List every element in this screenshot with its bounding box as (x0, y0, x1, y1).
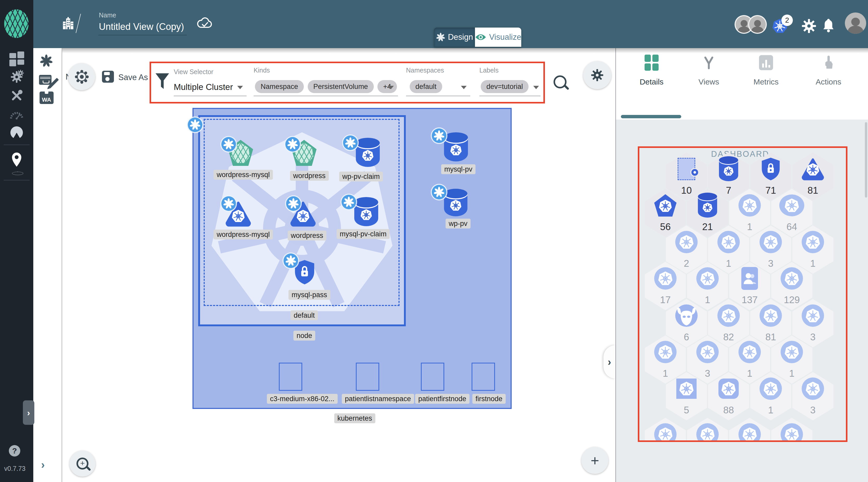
kind-chip[interactable]: Namespace (255, 80, 304, 93)
kind-chip[interactable]: PersistentVolume (308, 80, 374, 93)
meshery-badge-icon (283, 254, 298, 268)
sidebar-item-kanvas[interactable] (9, 152, 25, 167)
dashboard-grid-icon (9, 52, 24, 66)
pv-wp-pv-icon[interactable] (444, 189, 467, 216)
node-label: wordpress (288, 231, 327, 240)
strip-expand-chevron[interactable]: › (41, 459, 45, 471)
help-button[interactable]: ? (9, 445, 20, 456)
views-icon (702, 55, 716, 70)
sidebar-item-performance[interactable] (9, 106, 25, 122)
sidebar-expand-handle[interactable]: › (23, 400, 34, 425)
kind-chip-more[interactable]: +4 (377, 80, 397, 93)
tab-visualize[interactable]: Visualize (475, 28, 521, 47)
namespace-chip[interactable]: default (410, 80, 442, 93)
pin-shadow (12, 171, 23, 175)
cluster-label: kubernetes (334, 413, 375, 423)
cluster-fab-button[interactable] (68, 63, 95, 90)
collaborator-avatar[interactable] (749, 16, 766, 33)
host-node-icon[interactable] (356, 363, 379, 391)
sidebar-item-configuration[interactable] (9, 88, 25, 103)
host-node-icon[interactable] (472, 363, 495, 391)
host-node-icon[interactable] (421, 363, 444, 391)
kanvas-pin-icon (11, 152, 22, 167)
tab-metrics[interactable]: Metrics (744, 55, 788, 109)
panel-collapse-handle[interactable]: › (603, 345, 615, 379)
label-chip[interactable]: dev=tutorial (481, 80, 529, 93)
search-icon[interactable] (554, 75, 566, 88)
tab-views[interactable]: Views (687, 55, 731, 109)
visualize-eye-icon (475, 33, 487, 41)
tab-metrics-label: Metrics (753, 77, 779, 86)
wheel-circle-icon (739, 194, 761, 217)
meshery-badge-icon (221, 137, 236, 152)
namespaces-caret-icon[interactable] (461, 86, 467, 89)
tab-details[interactable]: Details (629, 55, 674, 109)
panel-scrollbar[interactable] (865, 122, 867, 198)
wheel-circle-icon (781, 423, 803, 442)
sidebar-item-extensions[interactable] (9, 125, 25, 140)
labels-caret-icon[interactable] (533, 86, 539, 89)
mask-icon (675, 304, 698, 327)
view-name-input[interactable] (98, 20, 187, 35)
pv-mysql-pv-icon[interactable] (444, 133, 468, 161)
name-field-label: Name (99, 11, 116, 19)
gear-icon (591, 69, 603, 82)
tab-design[interactable]: Design (434, 28, 475, 47)
save-as-icon[interactable] (102, 71, 114, 83)
settings-gear-icon[interactable] (802, 19, 816, 33)
panel-divider (615, 48, 616, 482)
pentagon-icon (654, 194, 677, 217)
node-label: patientlistnamespace (342, 394, 414, 404)
user-card-icon (741, 267, 758, 290)
node-label: wordpress-mysql (214, 170, 273, 180)
namespace-label: default (290, 311, 318, 320)
wheel-circle-icon (760, 231, 782, 253)
hex-cell[interactable]: 88 (708, 372, 749, 420)
kinds-caret-icon[interactable] (388, 86, 394, 89)
user-avatar[interactable] (845, 12, 866, 34)
node-label: patientfirstnode (415, 394, 469, 404)
wasm-filter-icon[interactable]: WA (39, 92, 54, 104)
namespaces-label: Namespaces (406, 67, 444, 74)
triangle-icon (801, 158, 825, 181)
tab-details-label: Details (640, 77, 663, 86)
sidebar-item-dashboard[interactable] (9, 51, 25, 67)
meshery-spiral-icon[interactable] (39, 54, 53, 68)
hex-cell[interactable] (645, 418, 686, 442)
tool-strip (33, 48, 62, 482)
wheel-circle-icon (781, 267, 803, 290)
add-node-button[interactable]: + (581, 447, 609, 474)
extensions-icon (10, 126, 23, 139)
tab-actions[interactable]: Actions (806, 55, 850, 109)
active-tab-underline (621, 115, 681, 118)
save-as-button[interactable]: Save As (118, 73, 148, 82)
hex-cell[interactable] (771, 418, 812, 442)
shield-icon (760, 156, 781, 182)
wheel-circle-icon (781, 341, 803, 363)
hex-cell[interactable]: 3 (792, 372, 833, 420)
node-label: c3-medium-x86-02... (267, 394, 338, 404)
configuration-tools-icon (10, 89, 23, 102)
notifications-bell-icon[interactable] (822, 18, 835, 33)
pvc-wp-pv-claim-icon[interactable] (356, 138, 380, 167)
wheel-circle-icon (760, 378, 782, 400)
view-selector-caret-icon[interactable] (237, 86, 243, 89)
hex-cell[interactable] (687, 418, 728, 442)
archive-icon[interactable] (39, 75, 52, 85)
hex-cell[interactable]: 1 (750, 372, 791, 420)
meshery-badge-icon (285, 137, 300, 152)
cylinder-icon (698, 193, 717, 218)
wheel-circle-icon (739, 423, 761, 442)
view-selector-value[interactable]: Multiple Cluster (174, 82, 233, 92)
wheel-circle-icon (717, 231, 740, 253)
cloud-saved-icon (196, 16, 214, 30)
hex-cell[interactable]: 5 (666, 372, 707, 420)
organization-icon[interactable] (61, 15, 75, 32)
layer5-logo[interactable] (4, 9, 29, 38)
pvc-mysql-pv-claim-icon[interactable] (354, 198, 378, 226)
hex-cell[interactable] (729, 418, 770, 442)
zoom-in-button[interactable] (69, 451, 95, 477)
host-node-icon[interactable] (279, 363, 302, 391)
sidebar-item-lifecycle[interactable] (9, 69, 25, 85)
canvas-settings-button[interactable] (583, 61, 611, 89)
